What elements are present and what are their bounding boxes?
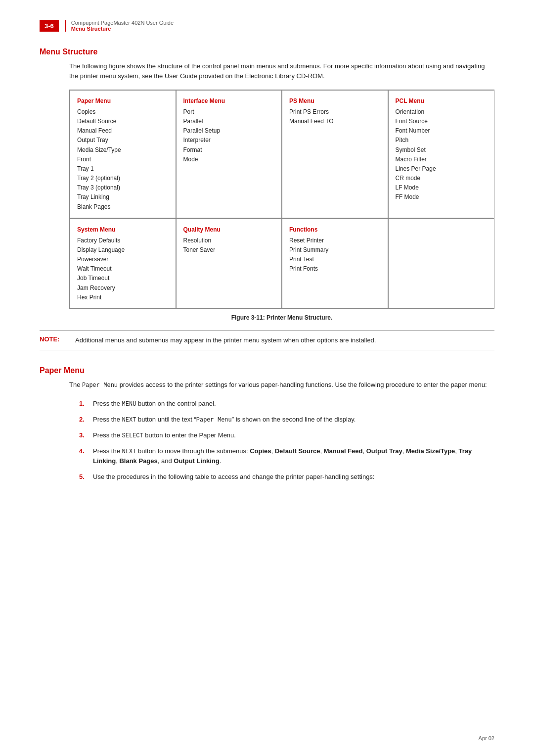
page-header: 3-6 Compuprint PageMaster 402N User Guid… [40, 20, 494, 32]
menu-row-bottom: System Menu Factory Defaults Display Lan… [70, 219, 494, 309]
interface-menu-items: Port Parallel Parallel Setup Interpreter… [183, 107, 275, 164]
menu-diagram: Paper Menu Copies Default Source Manual … [69, 90, 494, 321]
paper-menu-intro: The Paper Menu provides access to the pr… [69, 380, 494, 390]
ps-menu-items: Print PS Errors Manual Feed TO [289, 107, 381, 126]
footer-text: Apr 02 [479, 735, 494, 741]
page-footer: Apr 02 [479, 735, 494, 741]
note-text: Additional menus and submenus may appear… [75, 335, 376, 345]
system-menu-items: Factory Defaults Display Language Powers… [77, 236, 169, 302]
system-menu-title: System Menu [77, 225, 169, 235]
ps-menu-cell: PS Menu Print PS Errors Manual Feed TO [282, 90, 388, 218]
quality-menu-title: Quality Menu [183, 225, 275, 235]
steps-list: 1. Press the MENU button on the control … [79, 399, 494, 481]
quality-menu-items: Resolution Toner Saver [183, 236, 275, 255]
functions-menu-title: Functions [289, 225, 381, 235]
functions-menu-cell: Functions Reset Printer Print Summary Pr… [282, 219, 388, 309]
pcl-menu-title: PCL Menu [396, 96, 488, 106]
pcl-menu-items: Orientation Font Source Font Number Pitc… [396, 107, 488, 202]
menu-structure-section: Menu Structure The following figure show… [40, 47, 494, 350]
header-text: Compuprint PageMaster 402N User Guide Me… [65, 20, 174, 32]
step-1: 1. Press the MENU button on the control … [79, 399, 494, 409]
step-4: 4. Press the NEXT button to move through… [79, 446, 494, 466]
quality-menu-cell: Quality Menu Resolution Toner Saver [176, 219, 282, 309]
interface-menu-cell: Interface Menu Port Parallel Parallel Se… [176, 90, 282, 218]
step-5: 5. Use the procedures in the following t… [79, 472, 494, 482]
figure-caption: Figure 3-11: Printer Menu Structure. [69, 314, 494, 321]
menu-structure-heading: Menu Structure [40, 47, 494, 56]
pcl-menu-cell: PCL Menu Orientation Font Source Font Nu… [388, 90, 494, 218]
step-2: 2. Press the NEXT button until the text … [79, 415, 494, 425]
functions-menu-items: Reset Printer Print Summary Print Test P… [289, 236, 381, 274]
menu-row-top: Paper Menu Copies Default Source Manual … [70, 90, 494, 219]
paper-menu-mono: Paper Menu [82, 382, 118, 389]
step-3: 3. Press the SELECT button to enter the … [79, 430, 494, 440]
page-number: 3-6 [40, 20, 59, 32]
paper-menu-heading: Paper Menu [40, 366, 494, 375]
interface-menu-title: Interface Menu [183, 96, 275, 106]
menu-grid: Paper Menu Copies Default Source Manual … [69, 90, 494, 309]
book-title: Compuprint PageMaster 402N User Guide [71, 20, 174, 26]
section-title: Menu Structure [71, 26, 174, 32]
note-box: NOTE: Additional menus and submenus may … [40, 330, 494, 351]
empty-menu-cell [388, 219, 494, 309]
system-menu-cell: System Menu Factory Defaults Display Lan… [70, 219, 176, 309]
paper-menu-section: Paper Menu The Paper Menu provides acces… [40, 366, 494, 481]
paper-menu-title: Paper Menu [77, 96, 169, 106]
paper-menu-cell: Paper Menu Copies Default Source Manual … [70, 90, 176, 218]
note-label: NOTE: [40, 335, 69, 343]
paper-menu-items: Copies Default Source Manual Feed Output… [77, 107, 169, 212]
menu-structure-intro: The following figure shows the structure… [69, 61, 494, 81]
ps-menu-title: PS Menu [289, 96, 381, 106]
